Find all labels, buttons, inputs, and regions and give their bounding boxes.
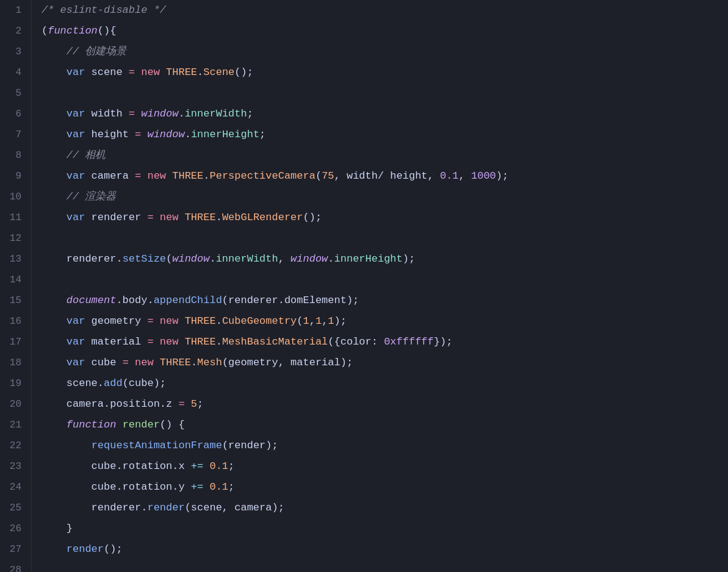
line-num-3: 3 [7, 41, 21, 62]
token: // 相机 [41, 145, 106, 166]
token: scene. [41, 373, 104, 394]
token: ( [166, 249, 172, 270]
line-num-8: 8 [7, 145, 21, 166]
line-num-16: 16 [7, 311, 21, 332]
token: (geometry, material); [222, 352, 353, 373]
code-line-18: var cube = new THREE.Mesh(geometry, mate… [41, 352, 728, 373]
line-num-22: 22 [7, 435, 21, 456]
token: MeshBasicMaterial [222, 332, 328, 352]
token: render [123, 415, 160, 435]
token: render [67, 539, 104, 560]
token: window [172, 249, 209, 270]
token: /* eslint-disable */ [41, 0, 166, 21]
line-num-13: 13 [7, 249, 21, 270]
token: (); [104, 539, 123, 560]
token: THREE [185, 207, 216, 228]
code-line-8: // 相机 [41, 145, 728, 166]
line-num-4: 4 [7, 62, 21, 83]
token: renderer [85, 207, 147, 228]
token: (cube); [123, 373, 166, 394]
token: appendChild [154, 290, 222, 311]
token: innerWidth [185, 104, 247, 124]
token: THREE [160, 352, 191, 373]
token: THREE [166, 62, 197, 83]
code-line-21: function render() { [41, 415, 728, 435]
token: . [216, 311, 222, 332]
token: var [67, 62, 85, 83]
token: (scene, camera); [185, 498, 284, 518]
token: = [135, 166, 141, 187]
token: , [278, 249, 290, 270]
token [141, 166, 147, 187]
token [178, 311, 184, 332]
token: 1 [328, 311, 334, 332]
token: ; [259, 124, 265, 145]
line-num-23: 23 [7, 456, 21, 477]
token: Scene [203, 62, 234, 83]
token: var [41, 166, 85, 187]
line-num-21: 21 [7, 415, 21, 435]
token: var [41, 332, 85, 352]
code-line-23: cube.rotation.x += 0.1; [41, 456, 728, 477]
token: innerWidth [216, 249, 278, 270]
token: 1 [315, 311, 322, 332]
token [203, 477, 209, 498]
token: } [41, 518, 73, 539]
code-line-11: var renderer = new THREE.WebGLRenderer()… [41, 207, 728, 228]
token [203, 456, 209, 477]
token: = [178, 394, 184, 415]
token: scene [85, 62, 128, 83]
token: = [129, 62, 135, 83]
token: () { [160, 415, 185, 435]
token: material [85, 332, 147, 352]
token: WebGLRenderer [222, 207, 303, 228]
token: window [141, 104, 178, 124]
code-line-6: var width = window.innerWidth; [41, 104, 728, 124]
token: 1 [303, 311, 309, 332]
token: renderer. [41, 249, 123, 270]
token: window [147, 124, 184, 145]
token: new [147, 166, 166, 187]
line-num-9: 9 [7, 166, 21, 187]
token: = [123, 352, 129, 373]
line-numbers: 1 2 3 4 5 6 7 8 9 10 11 12 13 14 15 16 1… [0, 0, 32, 572]
code-line-3: // 创建场景 [41, 41, 728, 62]
token: PerspectiveCamera [209, 166, 315, 187]
token: var [41, 352, 85, 373]
token: , [309, 311, 315, 332]
code-editor: 1 2 3 4 5 6 7 8 9 10 11 12 13 14 15 16 1… [0, 0, 728, 572]
line-num-10: 10 [7, 187, 21, 207]
token: height [85, 124, 135, 145]
token: function [41, 415, 116, 435]
token [178, 332, 184, 352]
token: cube [85, 352, 122, 373]
token [41, 539, 67, 560]
token: 0.1 [440, 166, 459, 187]
line-num-19: 19 [7, 373, 21, 394]
token: // 渲染器 [41, 187, 116, 207]
code-line-15: document.body.appendChild(renderer.domEl… [41, 290, 728, 311]
token: ; [247, 104, 253, 124]
code-line-10: // 渲染器 [41, 187, 728, 207]
token [135, 62, 141, 83]
code-line-22: requestAnimationFrame(render); [41, 435, 728, 456]
token: CubeGeometry [222, 311, 297, 332]
code-line-13: renderer.setSize(window.innerWidth, wind… [41, 249, 728, 270]
line-num-25: 25 [7, 498, 21, 518]
code-line-27: render(); [41, 539, 728, 560]
token: var [41, 124, 85, 145]
token: requestAnimationFrame [92, 435, 222, 456]
line-num-17: 17 [7, 332, 21, 352]
token: ); [496, 166, 508, 187]
token: . [328, 249, 334, 270]
token: render [147, 498, 184, 518]
code-line-26: } [41, 518, 728, 539]
code-line-24: cube.rotation.y += 0.1; [41, 477, 728, 498]
line-num-6: 6 [7, 104, 21, 124]
token [154, 352, 160, 373]
token: , [322, 311, 328, 332]
token: 1000 [471, 166, 496, 187]
token: ( [41, 21, 48, 41]
token: . [209, 249, 215, 270]
token: THREE [172, 166, 203, 187]
